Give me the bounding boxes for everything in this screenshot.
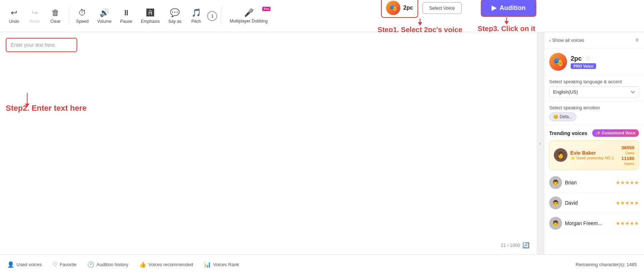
pause-label: Pause xyxy=(120,19,132,24)
voice-avatar: 🎭 xyxy=(386,1,400,15)
char-counter: 21 / 1000 🔄 xyxy=(501,242,530,249)
volume-label: Volume xyxy=(97,19,112,24)
tab-favorite[interactable]: ♡ Favorite xyxy=(53,260,77,269)
volume-icon: 🔊 xyxy=(99,8,109,18)
featured-uses-label: Uses xyxy=(621,151,634,155)
info-icon: ℹ xyxy=(211,13,213,19)
emphasis-label: Emphasis xyxy=(141,19,160,24)
voice-list-item[interactable]: 👨 Morgan Freem... ★★★★★ xyxy=(549,213,639,234)
voices-rank-label: Voices Rank xyxy=(213,262,239,267)
say-as-icon: 💬 xyxy=(170,8,180,18)
undo-icon: ↩ xyxy=(11,8,17,18)
emotion-default-label: 😊 Defa... xyxy=(553,114,572,119)
right-panel-header: ‹ Show all voices × xyxy=(544,32,644,49)
voice-item-left: 👨 David xyxy=(549,196,578,209)
featured-voice-avatar: 👩 xyxy=(554,148,567,162)
close-panel-button[interactable]: × xyxy=(635,36,639,44)
favorite-icon: ♡ xyxy=(53,261,58,268)
pro-voice-badge: PRO Voice xyxy=(571,63,596,69)
language-select[interactable]: English(US) xyxy=(549,86,639,98)
show-all-voices-link[interactable]: ‹ Show all voices xyxy=(549,38,584,43)
speed-label: Speed xyxy=(76,19,89,24)
emphasis-button[interactable]: 🅰 Emphasis xyxy=(137,6,164,26)
heart-icon[interactable]: ♡ xyxy=(585,55,590,62)
text-input-box[interactable]: Enter your text here. xyxy=(6,38,77,52)
speed-icon: ⏱ xyxy=(78,8,86,18)
pause-icon: ⏸ xyxy=(122,8,130,18)
editor-placeholder: Enter your text here. xyxy=(11,42,56,48)
emotion-section-label: Select speaking emotion xyxy=(549,105,639,110)
tab-used-voices[interactable]: 👤 Used voices xyxy=(7,260,42,269)
voice-item-stars: ★★★★★ xyxy=(616,180,639,185)
select-voice-button[interactable]: Select Voice xyxy=(423,2,462,14)
trending-title: Trending voices xyxy=(549,130,587,136)
select-voice-label: Select Voice xyxy=(429,5,455,11)
voice-item-name: Brian xyxy=(565,180,577,185)
language-section-label: Select speaking language & accent xyxy=(549,79,639,84)
say-as-label: Say as xyxy=(168,19,181,24)
undo-button[interactable]: ↩ Undo xyxy=(4,6,24,26)
undo-label: Undo xyxy=(9,19,19,24)
pro-badge: Pro xyxy=(262,7,270,11)
voice-item-avatar: 👨 xyxy=(549,217,562,230)
step3-label: Step3. Click on it xyxy=(478,25,535,33)
show-all-label: Show all voices xyxy=(552,38,584,43)
featured-users-label: Users xyxy=(621,161,634,166)
refresh-icon[interactable]: 🔄 xyxy=(522,242,530,249)
divider-1 xyxy=(69,7,69,25)
play-icon: ▶ xyxy=(492,4,497,12)
tab-voices-recommended[interactable]: 👍 Voices recommended xyxy=(139,260,193,269)
emotion-section: Select speaking emotion 😊 Defa... xyxy=(544,101,644,125)
speed-button[interactable]: ⏱ Speed xyxy=(73,6,92,26)
multiplayer-dubbing-button[interactable]: 🎤 Multiplayer Dubbing Pro xyxy=(225,6,273,26)
voice-item-left: 👨 Brian xyxy=(549,176,577,189)
customized-voice-button[interactable]: ✨ Customized Voice xyxy=(592,129,639,137)
say-as-button[interactable]: 💬 Say as xyxy=(165,6,185,26)
emotion-chip[interactable]: 😊 Defa... xyxy=(549,113,576,121)
remaining-characters: Remaining character(s): 1485 xyxy=(576,262,637,267)
tab-voices-rank[interactable]: 📊 Voices Rank xyxy=(204,260,239,269)
info-button[interactable]: ℹ xyxy=(207,11,217,21)
voice-name: 2pc xyxy=(403,5,413,11)
featured-voice-stats: 36550 Uses 11180 Users xyxy=(621,144,634,166)
voice-name-large: 2pc xyxy=(571,55,582,63)
star-icon: ⭐ xyxy=(570,156,575,160)
clear-label: Clear xyxy=(50,19,61,24)
tab-audition-history[interactable]: 🕐 Audition history xyxy=(87,260,128,269)
volume-button[interactable]: 🔊 Volume xyxy=(94,6,115,26)
chevron-left-icon-small: ‹ xyxy=(549,38,551,43)
voice-list-item[interactable]: 👨 Brian ★★★★★ xyxy=(549,173,639,193)
voice-item-name: David xyxy=(565,200,578,206)
pitch-button[interactable]: 🎵 Pitch xyxy=(186,6,206,26)
featured-uses-count: 36550 xyxy=(621,145,634,150)
voice-selector[interactable]: 🎭 2pc xyxy=(381,0,418,18)
redo-label: Redo xyxy=(30,19,40,24)
collapse-panel-button[interactable]: ‹ xyxy=(537,32,544,254)
used-voices-icon: 👤 xyxy=(7,261,14,268)
featured-users-count: 11180 xyxy=(621,156,634,161)
language-section: Select speaking language & accent Englis… xyxy=(544,75,644,101)
close-icon: × xyxy=(635,36,639,44)
toolbar: ↩ Undo ↪ Redo 🗑 Clear ⏱ Speed 🔊 Volume ⏸… xyxy=(0,0,644,32)
used-voices-label: Used voices xyxy=(16,262,42,267)
clear-button[interactable]: 🗑 Clear xyxy=(46,6,65,26)
featured-voice-tag: ⭐ Used yesterday NO.1 xyxy=(570,156,614,160)
voice-list-item[interactable]: 👨 David ★★★★★ xyxy=(549,193,639,213)
pause-button[interactable]: ⏸ Pause xyxy=(117,6,136,26)
voice-item-stars: ★★★★★ xyxy=(616,200,639,206)
featured-voice-item[interactable]: 👩 Evie Baker ⭐ Used yesterday NO.1 36550… xyxy=(549,140,639,170)
clear-icon: 🗑 xyxy=(52,8,59,18)
bottom-tabs: 👤 Used voices ♡ Favorite 🕐 Audition hist… xyxy=(7,260,239,269)
bottom-bar: 👤 Used voices ♡ Favorite 🕐 Audition hist… xyxy=(0,254,644,274)
pitch-label: Pitch xyxy=(191,19,201,24)
audition-label: Audition xyxy=(499,4,526,12)
multiplayer-label: Multiplayer Dubbing xyxy=(230,19,268,24)
audition-button[interactable]: ▶ Audition xyxy=(481,0,536,17)
trending-section: Trending voices ✨ Customized Voice 👩 Evi… xyxy=(544,125,644,254)
redo-button[interactable]: ↪ Redo xyxy=(25,6,44,26)
chevron-left-icon: ‹ xyxy=(540,140,541,146)
trending-header: Trending voices ✨ Customized Voice xyxy=(549,129,639,137)
customized-voice-label: ✨ Customized Voice xyxy=(596,131,635,135)
voices-recommended-label: Voices recommended xyxy=(148,262,193,267)
audition-history-icon: 🕐 xyxy=(87,261,94,268)
